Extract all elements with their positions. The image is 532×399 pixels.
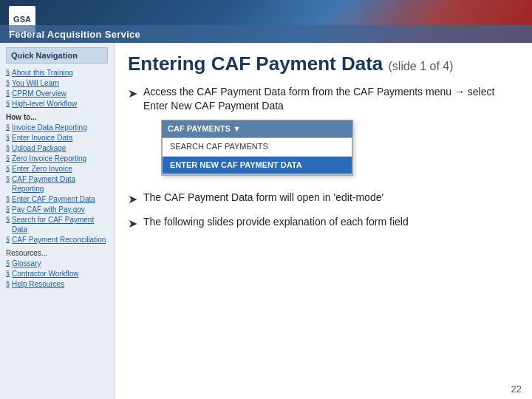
sidebar-howto-link[interactable]: CAF Payment Data Reporting <box>6 174 108 194</box>
sidebar-nav-link[interactable]: CPRM Overview <box>6 89 108 98</box>
sidebar: Quick Navigation About this TrainingYou … <box>0 43 115 399</box>
sidebar-howto-link[interactable]: Enter Zero Invoice <box>6 164 108 174</box>
bullet-text-2: The CAF Payment Data form will open in '… <box>143 191 519 205</box>
sidebar-nav-link[interactable]: About this Training <box>6 68 108 78</box>
header-title-bar: Federal Acquisition Service <box>0 25 532 43</box>
sidebar-nav-link[interactable]: High-level Workflow <box>6 99 108 109</box>
bullet-1: ➤ Access the CAF Payment Data form from … <box>128 85 519 183</box>
bullet-arrow-2: ➤ <box>128 191 137 208</box>
bullet-2: ➤ The CAF Payment Data form will open in… <box>128 191 519 208</box>
slide-info: (slide 1 of 4) <box>389 60 454 72</box>
content-area: Entering CAF Payment Data (slide 1 of 4)… <box>115 43 532 399</box>
header-title: Federal Acquisition Service <box>9 29 140 40</box>
sidebar-resource-link[interactable]: Help Resources <box>6 279 108 289</box>
header: GSA Federal Acquisition Service <box>0 0 532 43</box>
caf-dropdown: SEARCH CAF PAYMENTS ENTER NEW CAF PAYMEN… <box>162 137 352 175</box>
caf-dropdown-item-search: SEARCH CAF PAYMENTS <box>163 138 352 156</box>
resources-label: Resources... <box>6 249 108 257</box>
caf-menu-bar: CAF PAYMENTS ▼ <box>162 120 352 137</box>
how-to-label: How to... <box>6 113 108 121</box>
sidebar-howto-link[interactable]: Upload Package <box>6 143 108 153</box>
caf-mockup: CAF PAYMENTS ▼ SEARCH CAF PAYMENTS ENTER… <box>161 120 353 176</box>
how-to-links: Invoice Data ReportingEnter Invoice Data… <box>6 123 108 245</box>
bullet-text-1: Access the CAF Payment Data form from th… <box>143 85 519 183</box>
bullet-arrow-1: ➤ <box>128 86 137 102</box>
sidebar-howto-link[interactable]: Search for CAF Payment Data <box>6 215 108 234</box>
bullet-text-3: The following slides provide explanation… <box>143 215 519 230</box>
sidebar-resource-link[interactable]: Glossary <box>6 259 108 268</box>
sidebar-howto-link[interactable]: Pay CAF with Pay.gov <box>6 205 108 214</box>
title-text: Entering CAF Payment Data <box>128 52 383 75</box>
sidebar-howto-link[interactable]: Enter Invoice Data <box>6 133 108 143</box>
sidebar-howto-link[interactable]: Zero Invoice Reporting <box>6 154 108 163</box>
main-layout: Quick Navigation About this TrainingYou … <box>0 43 532 399</box>
bullet-arrow-3: ➤ <box>128 216 137 232</box>
bullet-3: ➤ The following slides provide explanati… <box>128 215 519 232</box>
sidebar-nav-link[interactable]: You Will Learn <box>6 78 108 88</box>
content-title: Entering CAF Payment Data (slide 1 of 4) <box>128 53 519 75</box>
sidebar-howto-link[interactable]: CAF Payment Reconciliation <box>6 235 108 245</box>
resource-links: GlossaryContractor WorkflowHelp Resource… <box>6 259 108 289</box>
sidebar-howto-link[interactable]: Invoice Data Reporting <box>6 123 108 132</box>
sidebar-howto-link[interactable]: Enter CAF Payment Data <box>6 194 108 204</box>
page-number: 22 <box>511 383 522 395</box>
sidebar-resource-link[interactable]: Contractor Workflow <box>6 269 108 279</box>
caf-dropdown-item-enter: ENTER NEW CAF PAYMENT DATA <box>163 157 352 174</box>
caf-menu-label: CAF PAYMENTS ▼ <box>168 123 241 134</box>
nav-links: About this TrainingYou Will LearnCPRM Ov… <box>6 68 108 109</box>
sidebar-title: Quick Navigation <box>6 47 108 64</box>
